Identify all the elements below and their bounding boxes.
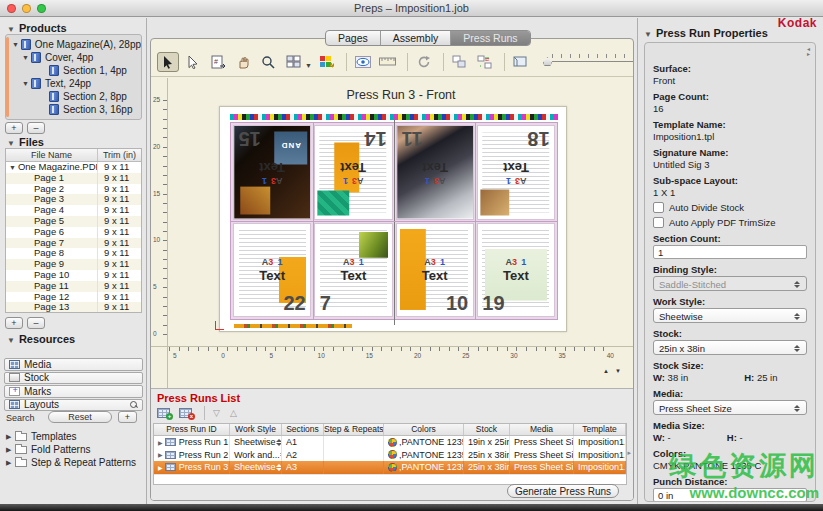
- file-row[interactable]: Page 1 9 x 11: [6, 173, 141, 184]
- resources-header[interactable]: ▼Resources: [7, 333, 75, 345]
- product-tree-item[interactable]: ▼ One Magazine(A), 28pp: [6, 38, 141, 51]
- punch-distance-input[interactable]: 0 in: [653, 488, 807, 502]
- file-name-column-header[interactable]: File Name: [6, 149, 98, 161]
- move-up-icon[interactable]: △: [230, 408, 237, 418]
- file-row[interactable]: Page 6 9 x 11: [6, 227, 141, 238]
- zoom-slider[interactable]: [543, 57, 634, 66]
- reset-button[interactable]: Reset: [48, 411, 112, 423]
- column-header[interactable]: Colors: [384, 424, 464, 435]
- direct-select-tool-icon[interactable]: [182, 52, 204, 72]
- hand-tool-icon[interactable]: [232, 52, 254, 72]
- list-scroll-arrow[interactable]: ▸: [627, 449, 631, 457]
- expander-triangle-icon[interactable]: ▶: [158, 451, 163, 458]
- imposed-page[interactable]: A31 Text 14: [314, 125, 392, 220]
- chevron-down-icon[interactable]: ▼: [305, 62, 312, 69]
- column-header[interactable]: Work Style: [230, 424, 282, 435]
- press-sheet[interactable]: AND A31 Text 15 A3: [219, 106, 567, 332]
- press-run-row[interactable]: ▶Press Run 3 Sheetwise A3 ,PANTONE 1235 …: [154, 461, 626, 474]
- file-row[interactable]: Page 11 9 x 11: [6, 281, 141, 292]
- imposed-page[interactable]: A31 Text 10: [396, 223, 474, 318]
- zoom-slider-thumb[interactable]: [543, 57, 552, 66]
- expander-triangle-icon[interactable]: ▶: [158, 464, 163, 471]
- binding-style-select[interactable]: Saddle-Stitched: [653, 276, 807, 291]
- column-header[interactable]: Stock: [464, 424, 510, 435]
- resource-category-row[interactable]: Marks: [4, 385, 143, 398]
- remove-product-button[interactable]: –: [27, 122, 45, 134]
- preview-toggle-icon[interactable]: [352, 52, 374, 72]
- view-tab[interactable]: Pages: [326, 31, 381, 45]
- add-file-button[interactable]: +: [5, 317, 23, 329]
- product-tree-item[interactable]: ▼ Cover, 4pp: [6, 51, 141, 64]
- auto-apply-trimsize-checkbox[interactable]: [653, 217, 664, 228]
- view-tab[interactable]: Press Runs: [451, 31, 529, 45]
- imposed-page[interactable]: A31 Text 7: [314, 223, 392, 318]
- add-press-run-icon[interactable]: +: [157, 408, 170, 418]
- resource-folder-row[interactable]: ▶ Fold Patterns: [6, 443, 144, 456]
- resource-category-row[interactable]: Media: [4, 358, 143, 371]
- panel-collapse-arrows[interactable]: ◂▸: [807, 47, 810, 57]
- page-numbering-tool-icon[interactable]: #: [207, 52, 229, 72]
- expander-triangle-icon[interactable]: ▼: [9, 164, 16, 171]
- products-header[interactable]: ▼Products: [7, 22, 67, 34]
- column-header[interactable]: Press Run ID: [154, 424, 230, 435]
- section-count-input[interactable]: 1: [653, 245, 807, 259]
- work-style-stepper[interactable]: [276, 439, 282, 446]
- zoom-tool-icon[interactable]: [257, 52, 279, 72]
- remove-file-button[interactable]: –: [27, 317, 45, 329]
- product-tree-item[interactable]: Section 2, 8pp: [6, 90, 141, 103]
- resource-folder-row[interactable]: ▶ Step & Repeat Patterns: [6, 456, 144, 469]
- expander-triangle-icon[interactable]: ▼: [22, 80, 31, 87]
- press-run-row[interactable]: ▶Press Run 2 Work and... A2 ,PANTONE 123…: [154, 449, 626, 462]
- expander-triangle-icon[interactable]: ▶: [6, 433, 15, 441]
- add-product-button[interactable]: +: [5, 122, 23, 134]
- imposed-page[interactable]: A31 Text 18: [477, 125, 555, 220]
- work-style-select[interactable]: Sheetwise: [653, 308, 807, 323]
- measure-tool-icon[interactable]: [377, 52, 399, 72]
- delete-press-run-icon[interactable]: x: [179, 408, 192, 418]
- move-down-icon[interactable]: ▽: [213, 408, 220, 418]
- resource-folder-row[interactable]: ▶ Templates: [6, 430, 144, 443]
- imposed-page[interactable]: A31 Text 22: [233, 223, 311, 318]
- trim-column-header[interactable]: Trim (in): [98, 149, 141, 161]
- media-select[interactable]: Press Sheet Size: [653, 400, 807, 415]
- files-header[interactable]: ▼Files: [7, 136, 44, 148]
- view-tab[interactable]: Assembly: [381, 31, 452, 45]
- imposed-page[interactable]: AND A31 Text 15: [233, 125, 311, 220]
- imposed-page[interactable]: A31 Text 19: [477, 223, 555, 318]
- auto-divide-stock-checkbox[interactable]: [653, 202, 664, 213]
- tile-arrange-icon[interactable]: [449, 52, 471, 72]
- expander-triangle-icon[interactable]: ▼: [22, 54, 31, 61]
- expander-triangle-icon[interactable]: ▶: [6, 459, 15, 467]
- press-run-properties-header[interactable]: ▼Press Run Properties: [644, 27, 768, 39]
- generate-press-runs-button[interactable]: Generate Press Runs: [507, 484, 619, 498]
- zoom-slider-track[interactable]: [552, 61, 634, 62]
- column-header[interactable]: Step & Repeats: [324, 424, 384, 435]
- add-search-filter-button[interactable]: +: [118, 411, 137, 423]
- sheet-view-icon[interactable]: [510, 52, 532, 72]
- expander-triangle-icon[interactable]: ▼: [12, 41, 21, 48]
- select-tool-icon[interactable]: [157, 52, 179, 72]
- product-tree-item[interactable]: Section 3, 16pp: [6, 103, 141, 116]
- layout-view-menu-icon[interactable]: [282, 52, 304, 72]
- resource-category-row[interactable]: Stock: [4, 372, 143, 385]
- press-run-row[interactable]: ▶Press Run 1 Sheetwise A1 ,PANTONE 1235 …: [154, 436, 626, 449]
- imposed-page[interactable]: A31 Text 11: [396, 125, 474, 220]
- file-row[interactable]: Page 13 9 x 11: [6, 302, 141, 313]
- column-header[interactable]: Template: [574, 424, 626, 435]
- imposition-canvas[interactable]: Press Run 3 - Front 2520151050: [151, 78, 633, 388]
- pane-splitter-arrows[interactable]: ▲▼: [603, 368, 627, 374]
- product-tree-item[interactable]: Section 1, 4pp: [6, 64, 141, 77]
- tile-swap-icon[interactable]: ⇄: [474, 52, 496, 72]
- marks-palette-icon[interactable]: [316, 52, 338, 72]
- signature-mark: A31: [315, 175, 391, 185]
- product-tree-item[interactable]: ▼ Text, 24pp: [6, 77, 141, 90]
- column-header[interactable]: Media: [510, 424, 574, 435]
- resource-category-row[interactable]: Layouts: [4, 399, 143, 412]
- column-header[interactable]: Sections: [282, 424, 324, 435]
- expander-triangle-icon[interactable]: ▶: [158, 439, 163, 446]
- expander-triangle-icon[interactable]: ▶: [6, 446, 15, 454]
- rotate-tool-icon[interactable]: [413, 52, 435, 72]
- search-icon[interactable]: [130, 401, 138, 409]
- stock-select[interactable]: 25in x 38in: [653, 340, 807, 355]
- work-style-stepper[interactable]: [276, 464, 282, 471]
